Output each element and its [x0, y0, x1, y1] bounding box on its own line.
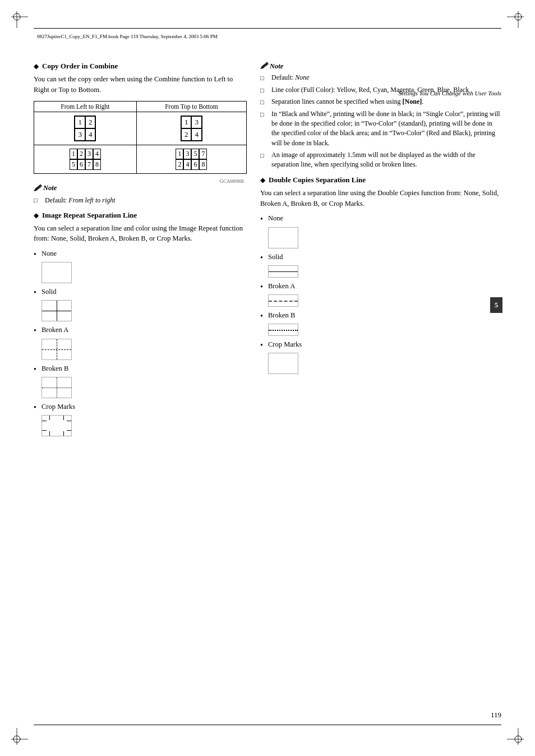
bullet-crop-marks-left: • Crop Marks [34, 403, 247, 413]
bullet-broken-b-left: • Broken B [34, 365, 247, 375]
content-area: ◆ Copy Order in Combine You can set the … [34, 45, 501, 711]
corner-crop-mark-tl [11, 11, 28, 28]
crop-br-h [67, 430, 71, 431]
diamond-icon-copy-order: ◆ [34, 62, 39, 71]
crop-tr-h [67, 421, 71, 421]
bullet-crop-marks-right: • Crop Marks [260, 340, 501, 351]
pencil-icon: 🖉 [34, 184, 41, 193]
corner-crop-mark-br [507, 728, 524, 745]
corner-crop-mark-tr [507, 11, 524, 28]
none-label-left: None [41, 250, 57, 258]
right-note-item-3: □ Separation lines cannot be specified w… [260, 97, 501, 107]
right-note-item-1: □ Default: None [260, 73, 501, 83]
none-label-right: None [268, 214, 283, 223]
table-cell-2x2-left: 1 2 3 4 [34, 112, 137, 145]
bullet-dot-solid: • [34, 288, 38, 298]
bullet-broken-a-left: • Broken A [34, 326, 247, 336]
page-wrapper: 0827JupiterC1_Copy_EN_F1_FM.book Page 11… [0, 0, 535, 756]
copy-order-table: From Left to Right From Top to Bottom 1 … [34, 101, 247, 174]
right-note-section: 🖉 Note □ Default: None □ Line color (Ful… [260, 62, 501, 170]
note-item-default: □ Default: From left to right [34, 195, 247, 205]
top-border [34, 28, 501, 29]
bullet-dot-crop-r: • [260, 340, 265, 351]
grid-2x2-right: 1 3 2 4 [181, 116, 202, 141]
single-solid-h [269, 271, 298, 272]
solid-v-line [57, 301, 57, 321]
note-title-left: 🖉 Note [34, 184, 247, 193]
crop-marks-sample-right [268, 353, 298, 374]
copy-order-section-header: ◆ Copy Order in Combine [34, 62, 247, 71]
crop-bl-v [49, 431, 50, 436]
image-repeat-title: Image Repeat Separation Line [42, 211, 137, 220]
solid-sample-left [41, 300, 72, 321]
solid-label-right: Solid [268, 253, 283, 261]
bullet-none-right: • None [260, 214, 501, 224]
image-repeat-header: ◆ Image Repeat Separation Line [34, 211, 247, 220]
bullet-dot-none-r: • [260, 214, 265, 224]
bullet-dot-solid-r: • [260, 253, 265, 263]
broken-a-label-right: Broken A [268, 282, 295, 291]
single-dashed-h-a [269, 301, 298, 302]
diamond-icon-image-repeat: ◆ [34, 211, 39, 220]
none-sample-right [268, 227, 298, 248]
grid-4x2-left: 1 2 3 4 5 6 7 8 [70, 149, 101, 170]
note-default-text: Default: From left to right [45, 195, 116, 205]
broken-b-sample-left [41, 377, 72, 398]
bullet-broken-b-right: • Broken B [260, 311, 501, 321]
right-column: 🖉 Note □ Default: None □ Line color (Ful… [260, 62, 501, 441]
bullet-dot-broken-b: • [34, 365, 38, 375]
table-cell-2x2-right: 1 3 2 4 [136, 112, 246, 145]
checkbox-icon-r2: □ [260, 86, 268, 95]
checkbox-icon: □ [34, 196, 41, 205]
copy-order-note: 🖉 Note □ Default: From left to right [34, 184, 247, 205]
diamond-icon-double: ◆ [260, 176, 265, 185]
broken-a-sample-right [268, 294, 298, 307]
table-header-right: From Top to Bottom [136, 101, 246, 112]
bullet-dot: • [34, 250, 38, 260]
bullet-dot-crop: • [34, 403, 38, 413]
broken-a-label-left: Broken A [41, 326, 68, 334]
crop-tr-v [63, 416, 64, 420]
table-header-left: From Left to Right [34, 101, 137, 112]
broken-b-label-left: Broken B [41, 365, 68, 373]
checkbox-icon-r4: □ [260, 110, 268, 149]
bullet-broken-a-right: • Broken A [260, 282, 501, 292]
bullet-dot-broken-b-r: • [260, 311, 265, 321]
broken-a-sample-left [41, 339, 72, 360]
broken-b-v-line [57, 377, 57, 398]
left-column: ◆ Copy Order in Combine You can set the … [34, 62, 247, 441]
right-note-title: 🖉 Note [260, 62, 501, 71]
right-note-item-2: □ Line color (Full Color): Yellow, Red, … [260, 85, 501, 95]
grid-4x2-right: 1 3 5 7 2 4 6 8 [176, 149, 207, 170]
crop-tl-h [42, 421, 47, 421]
bullet-dot-broken-a: • [34, 326, 38, 336]
table-cell-4x2-right: 1 3 5 7 2 4 6 8 [136, 145, 246, 173]
right-note-item-5: □ An image of approximately 1.5mm will n… [260, 150, 501, 170]
footer-border [34, 725, 501, 725]
grid-2x2-left: 1 2 3 4 [74, 116, 96, 141]
copy-order-title: Copy Order in Combine [42, 62, 118, 71]
broken-b-label-right: Broken B [268, 311, 295, 320]
crop-marks-label-left: Crop Marks [41, 403, 75, 411]
double-copies-title: Double Copies Separation Line [269, 176, 366, 185]
table-cell-4x2-left: 1 2 3 4 5 6 7 8 [34, 145, 137, 173]
solid-sample-right [268, 265, 298, 278]
broken-a-v-line [57, 339, 57, 359]
solid-label-left: Solid [41, 288, 56, 296]
crop-tl-v [49, 416, 50, 420]
crop-br-v [63, 431, 64, 436]
bullet-solid-left: • Solid [34, 288, 247, 298]
bullet-none-left: • None [34, 250, 247, 260]
page-number: 119 [491, 711, 501, 720]
crop-marks-label-right: Crop Marks [268, 340, 302, 349]
image-repeat-body: You can select a separation line and col… [34, 223, 247, 245]
checkbox-icon-r1: □ [260, 73, 268, 83]
double-copies-body: You can select a separation line using t… [260, 188, 501, 209]
single-dotted-h-b [269, 330, 298, 331]
crop-marks-sample-left [41, 415, 72, 436]
right-note-item-4: □ In “Black and White”, printing will be… [260, 109, 501, 149]
bullet-solid-right: • Solid [260, 253, 501, 263]
broken-b-sample-right [268, 324, 298, 336]
none-sample-left [41, 262, 72, 283]
crop-bl-h [42, 430, 47, 431]
